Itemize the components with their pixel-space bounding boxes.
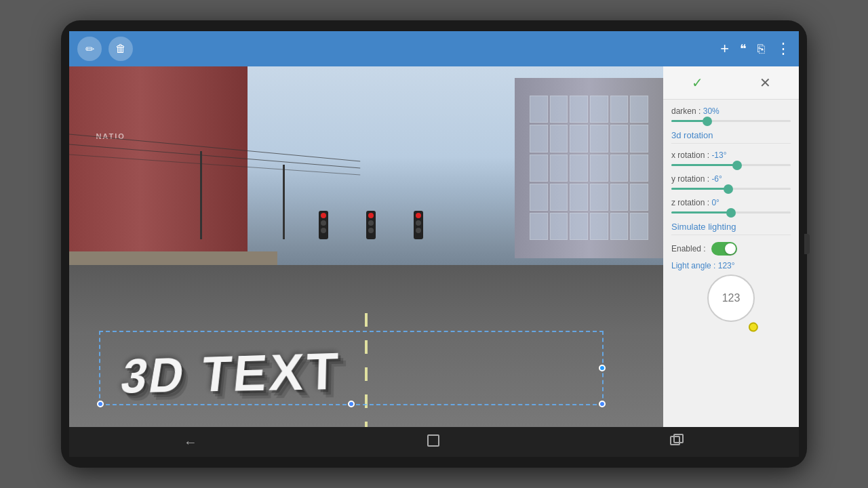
right-panel: ✓ ✕ darken : 30%: [663, 66, 799, 427]
building-right: [515, 78, 663, 258]
dial-number: 123: [722, 292, 741, 304]
canvas-area[interactable]: 3D TEXT: [69, 66, 663, 427]
svg-rect-4: [671, 436, 679, 445]
x-rotation-thumb[interactable]: [732, 161, 742, 170]
z-rotation-slider[interactable]: [671, 211, 791, 214]
y-rotation-label: y rotation : -6°: [671, 174, 791, 184]
z-rotation-param: z rotation : 0°: [671, 198, 791, 214]
toolbar-left: ✏ 🗑: [77, 37, 133, 61]
power-lines: [69, 121, 485, 188]
top-bar: ✏ 🗑 + ❝ ⎘ ⋮: [69, 31, 799, 66]
panel-content: darken : 30% 3d rotation x rotatio: [663, 100, 799, 427]
side-button: [804, 234, 810, 254]
light-angle-label: Light angle : 123°: [671, 261, 735, 270]
y-rotation-slider[interactable]: [671, 188, 791, 190]
enabled-toggle[interactable]: [711, 242, 737, 256]
panel-header: ✓ ✕: [663, 66, 799, 100]
darken-slider-thumb[interactable]: [703, 117, 712, 126]
back-button[interactable]: ←: [170, 432, 211, 453]
svg-rect-3: [428, 435, 439, 446]
cancel-button[interactable]: ✕: [731, 66, 799, 99]
y-rotation-fill: [671, 188, 728, 190]
tablet-screen: ✏ 🗑 + ❝ ⎘ ⋮: [69, 31, 799, 457]
darken-param: darken : 30%: [671, 106, 791, 122]
z-rotation-thumb[interactable]: [726, 208, 736, 218]
y-rotation-value: -6°: [711, 174, 722, 184]
enabled-label: Enabled :: [671, 244, 706, 253]
edit-icon: ✏: [85, 43, 94, 56]
background-photo: 3D TEXT: [69, 66, 663, 427]
enabled-toggle-row: Enabled :: [671, 242, 791, 256]
home-icon: [426, 433, 441, 448]
bottom-nav: ←: [69, 427, 799, 457]
x-rotation-label: x rotation : -13°: [671, 150, 791, 160]
confirm-icon: ✓: [692, 75, 703, 91]
quote-button[interactable]: ❝: [740, 41, 747, 56]
light-angle-container: Light angle : 123° 123: [671, 261, 791, 322]
x-rotation-slider[interactable]: [671, 164, 791, 166]
sidewalk: [69, 251, 277, 265]
handle-bottom-left[interactable]: [97, 401, 104, 407]
darken-label: darken : 30%: [671, 106, 791, 116]
main-content: 3D TEXT ✓ ✕: [69, 66, 799, 427]
confirm-button[interactable]: ✓: [663, 66, 731, 99]
y-rotation-param: y rotation : -6°: [671, 174, 791, 190]
windows: [530, 96, 648, 240]
home-button[interactable]: [412, 430, 454, 454]
x-rotation-param: x rotation : -13°: [671, 150, 791, 166]
edit-button[interactable]: ✏: [77, 37, 102, 61]
light-angle-dial[interactable]: 123: [707, 274, 755, 322]
recent-button[interactable]: [656, 430, 698, 454]
delete-icon: 🗑: [115, 43, 126, 55]
handle-bottom-mid[interactable]: [348, 401, 355, 407]
traffic-light-1: [319, 211, 328, 239]
toolbar-right: + ❝ ⎘ ⋮: [720, 40, 791, 58]
x-rotation-value: -13°: [711, 150, 726, 160]
z-rotation-value: 0°: [711, 198, 719, 207]
y-rotation-thumb[interactable]: [724, 184, 733, 194]
cancel-icon: ✕: [760, 75, 771, 91]
traffic-light-3: [414, 211, 423, 239]
delete-button[interactable]: 🗑: [108, 37, 133, 61]
section-3d-rotation: 3d rotation: [671, 130, 791, 144]
selection-box: [99, 331, 604, 405]
traffic-light-2: [366, 211, 376, 239]
darken-slider[interactable]: [671, 120, 791, 122]
more-button[interactable]: ⋮: [776, 40, 791, 58]
tablet-frame: ✏ 🗑 + ❝ ⎘ ⋮: [61, 20, 807, 468]
share-button[interactable]: ⎘: [757, 42, 765, 56]
handle-right-mid[interactable]: [599, 365, 606, 371]
svg-rect-5: [674, 434, 683, 443]
z-rotation-fill: [671, 211, 731, 214]
recent-icon: [669, 433, 684, 448]
darken-value: 30%: [703, 106, 719, 116]
dial-indicator: [747, 321, 760, 333]
x-rotation-fill: [671, 164, 737, 166]
add-button[interactable]: +: [720, 40, 729, 58]
section-simulate-lighting: Simulate lighting: [671, 222, 791, 235]
z-rotation-label: z rotation : 0°: [671, 198, 791, 207]
light-angle-value: 123°: [718, 261, 735, 270]
